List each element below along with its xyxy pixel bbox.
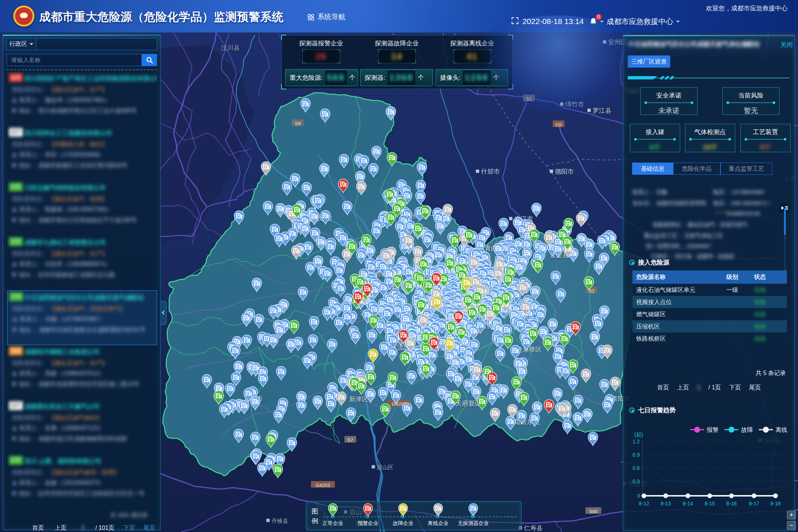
svg-text:0.3: 0.3 (632, 478, 640, 484)
svg-text:8-12: 8-12 (639, 501, 649, 507)
svg-text:汶川县: 汶川县 (221, 44, 240, 51)
svg-text:1.2: 1.2 (632, 439, 640, 444)
svg-text:S40: S40 (589, 509, 597, 514)
svg-text:8-17: 8-17 (749, 501, 759, 507)
svg-text:故障: 故障 (741, 426, 753, 433)
svg-text:0: 0 (637, 493, 640, 499)
svg-text:新津区: 新津区 (349, 396, 368, 403)
svg-text:罗江县: 罗江县 (593, 107, 611, 114)
svg-text:8-18: 8-18 (770, 501, 781, 507)
svg-text:(起): (起) (634, 432, 643, 437)
svg-text:德阳市: 德阳市 (555, 168, 574, 175)
svg-text:G4203: G4203 (316, 482, 330, 488)
svg-text:离线: 离线 (775, 427, 787, 433)
svg-text:丹棱县: 丹棱县 (272, 518, 288, 524)
svg-text:S9: S9 (295, 121, 301, 126)
svg-text:8-13: 8-13 (661, 501, 671, 507)
svg-text:彭山区: 彭山区 (377, 464, 393, 470)
svg-text:仁寿县: 仁寿县 (524, 525, 543, 532)
svg-text:8-14: 8-14 (683, 501, 693, 507)
svg-text:8-15: 8-15 (705, 501, 715, 507)
svg-text:S7: S7 (347, 437, 353, 443)
svg-text:报警: 报警 (707, 427, 719, 433)
svg-text:G5: G5 (555, 122, 562, 127)
svg-text:8-16: 8-16 (726, 501, 737, 507)
svg-text:0.9: 0.9 (632, 452, 640, 458)
svg-text:什邡市: 什邡市 (481, 168, 500, 175)
svg-text:0.6: 0.6 (632, 465, 640, 471)
